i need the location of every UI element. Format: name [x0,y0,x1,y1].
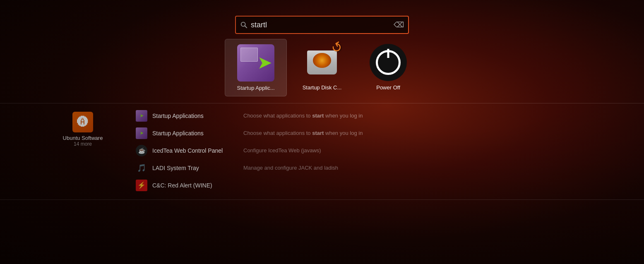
list-item-name-ladi: LADI System Tray [152,165,243,171]
list-item-startup-1[interactable]: ➤ Startup Applications Choose what appli… [132,108,594,124]
startup-list-icon-1: ➤ [136,110,147,122]
list-section: 🅐 Ubuntu Software 14 more ➤ Startup Appl… [0,103,644,194]
search-input[interactable]: startl [251,21,391,29]
search-bar: startl ⌫ [235,16,409,34]
search-bar-wrapper: startl ⌫ [0,0,644,34]
ladi-icon: 🎵 [136,162,147,174]
list-left-panel: 🅐 Ubuntu Software 14 more [50,108,116,194]
poweroff-inner [376,50,401,75]
power-off-label: Power Off [376,84,400,91]
startup-app-icon-graphic [237,44,274,82]
svg-line-1 [245,26,247,28]
list-item-cnc[interactable]: ⚡ C&C: Red Alert (WINE) [132,177,594,194]
app-icon-power-off[interactable]: Power Off [357,39,419,96]
apps-grid: Startup Applic... ↺ Startup Disk C... Po… [0,39,644,96]
search-icon [240,21,248,29]
startup-applications-label: Startup Applic... [237,85,274,92]
disk-body [307,50,337,74]
cnc-icon: ⚡ [136,180,147,191]
list-item-desc-startup-1: Choose what applications to start when y… [243,113,363,119]
poweroff-icon-graphic [370,44,407,81]
list-item-name-icedtea: IcedTea Web Control Panel [152,147,243,154]
icedtea-icon: ☕ [136,145,147,156]
app-icon-startup-disk-creator[interactable]: ↺ Startup Disk C... [291,39,353,96]
list-item-name-startup-2: Startup Applications [152,130,243,137]
list-left-sublabel: 14 more [74,141,92,147]
disk-creator-icon-img: ↺ [303,44,341,81]
list-item-name-cnc: C&C: Red Alert (WINE) [152,182,243,189]
disk-creator-label: Startup Disk C... [303,84,342,91]
list-item-desc-icedtea: Configure IcedTea Web (javaws) [243,147,321,154]
list-results: ➤ Startup Applications Choose what appli… [132,108,594,194]
list-item-desc-startup-2: Choose what applications to start when y… [243,130,363,136]
search-clear-button[interactable]: ⌫ [394,20,404,29]
startup-list-icon-2: ➤ [136,127,147,139]
startup-applications-icon-img [237,44,274,82]
list-item-icedtea[interactable]: ☕ IcedTea Web Control Panel Configure Ic… [132,142,594,159]
list-item-desc-ladi: Manage and configure JACK and ladish [243,165,338,171]
list-left-label: Ubuntu Software [63,135,103,141]
list-item-ladi[interactable]: 🎵 LADI System Tray Manage and configure … [132,160,594,176]
power-off-icon-img [370,44,407,81]
list-item-startup-2[interactable]: ➤ Startup Applications Choose what appli… [132,125,594,142]
ubuntu-store-icon: 🅐 [72,112,93,132]
disk-icon-graphic: ↺ [303,44,341,81]
app-icon-startup-applications[interactable]: Startup Applic... [225,39,287,96]
list-item-name-startup-1: Startup Applications [152,113,243,119]
bottom-divider [0,199,644,200]
